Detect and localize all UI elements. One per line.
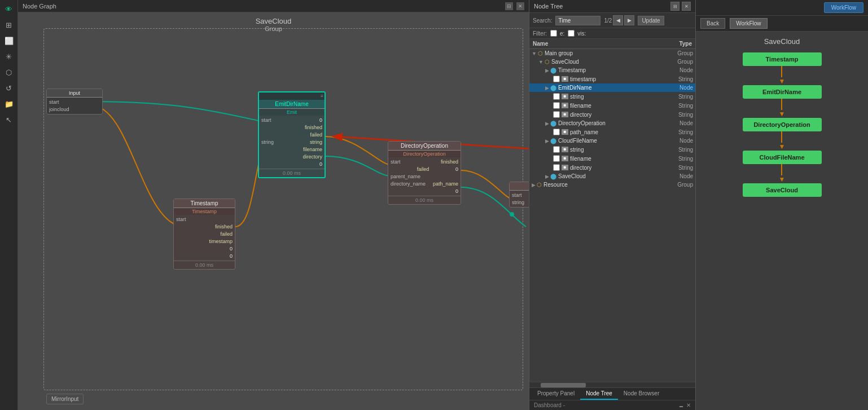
node-cloud[interactable]: Clo... start string — [509, 182, 529, 208]
checkbox-cf-directory[interactable] — [553, 164, 560, 171]
tree-item-directoryo-node[interactable]: ▶ ⬤ DirectoryOperation Node — [529, 119, 695, 127]
port-emit-filename: filename — [261, 146, 322, 153]
tree-item-type-directory: String — [648, 112, 693, 118]
filter-vis-checkbox[interactable] — [568, 30, 575, 37]
tree-arrow-cloudfilename[interactable]: ▶ — [545, 138, 549, 144]
node-input[interactable]: Input start joincloud — [46, 89, 103, 114]
node-emitdirname-header: EmitDirName — [259, 100, 325, 109]
dashboard-close-btn[interactable]: ✕ — [686, 402, 691, 408]
node-dirop-footer: 0.00 ms — [388, 196, 461, 204]
tree-item-emitdirname-node[interactable]: ▶ ⬤ EmitDirName Node — [529, 83, 695, 92]
canvas-area[interactable]: SaveCloud Group — [18, 12, 529, 410]
tab-property-panel[interactable]: Property Panel — [532, 388, 580, 400]
tree-item-timestamp-string[interactable]: ■ timestamp String — [529, 74, 695, 83]
tree-arrow-resource[interactable]: ▶ — [532, 182, 536, 188]
workflow-arrow-1: ▼ — [779, 77, 786, 85]
workflow-nav-bar: Back WorkFlow — [696, 16, 868, 32]
tree-arrow-savecloud-node[interactable]: ▶ — [545, 174, 549, 179]
tree-item-main-group[interactable]: ▼ ⬡ Main group Group — [529, 49, 695, 58]
search-input[interactable] — [555, 16, 600, 25]
filter-vis-check: vis: — [568, 30, 586, 37]
node-tree-close[interactable]: ✕ — [682, 2, 691, 11]
sidebar-icon-asterisk[interactable]: ✳ — [2, 50, 16, 63]
node-dirop-subheader: DirectoryOperation — [388, 151, 461, 157]
sidebar-icon-folder[interactable]: 📁 — [2, 97, 16, 111]
group-type: Group — [256, 25, 292, 32]
tree-item-savecloud-node[interactable]: ▶ ⬤ SaveCloud Node — [529, 172, 695, 180]
doc-icon-cf-directory: ■ — [562, 165, 568, 170]
update-btn[interactable]: Update — [638, 16, 664, 25]
tree-item-timestamp-node[interactable]: ▶ ⬤ Timestamp Node — [529, 66, 695, 74]
port-do-failed: failed0 — [391, 166, 458, 173]
checkbox-directory[interactable] — [553, 111, 560, 118]
tree-item-cf-directory[interactable]: ■ directory String — [529, 163, 695, 172]
group-label: SaveCloud Group — [256, 17, 292, 32]
tree-arrow-main[interactable]: ▼ — [532, 51, 537, 56]
tree-item-resource-group[interactable]: ▶ ⬡ Resource Group — [529, 180, 695, 189]
workflow-node-savecloud[interactable]: SaveCloud — [743, 183, 822, 197]
tree-item-name-resource: Resource — [543, 182, 648, 188]
port-emit-directory: directory — [261, 153, 322, 160]
workflow-node-emitdirname[interactable]: EmitDirName — [743, 85, 822, 99]
tree-scrollbar[interactable] — [529, 382, 695, 387]
checkbox-timestamp-str[interactable] — [553, 76, 560, 82]
dashboard-min-btn[interactable]: 🗕 — [678, 402, 684, 408]
workflow-node-directoryoperation[interactable]: DirectoryOperation — [743, 118, 822, 131]
search-prev-btn[interactable]: ◀ — [613, 15, 623, 25]
sidebar-icon-layers[interactable]: ⊞ — [2, 18, 16, 32]
node-dirop-ports: startfinished failed0 parent_name direct… — [388, 157, 461, 196]
workflow-name-btn[interactable]: WorkFlow — [730, 18, 767, 29]
tree-item-directory-prop[interactable]: ■ directory String — [529, 110, 695, 119]
tree-scrollbar-thumb[interactable] — [541, 383, 586, 387]
tree-item-cf-filename[interactable]: ■ filename String — [529, 154, 695, 163]
sidebar-icon-eye[interactable]: 👁 — [2, 2, 16, 16]
workflow-tab-btn[interactable]: WorkFlow — [824, 2, 863, 13]
port-ts-timestamp: timestamp — [176, 238, 233, 245]
sidebar-icon-refresh[interactable]: ↺ — [2, 81, 16, 95]
node-emitdirname[interactable]: ≡ EmitDirName Emit start0 finished faile… — [258, 91, 326, 178]
node-directoryoperation[interactable]: DirectoryOperation DirectoryOperation st… — [388, 141, 461, 205]
tree-item-pathname-prop[interactable]: ■ path_name String — [529, 127, 695, 136]
tab-node-tree[interactable]: Node Tree — [580, 388, 618, 400]
node-timestamp[interactable]: Timestamp Timestamp start finished faile… — [173, 199, 235, 270]
filter-e-checkbox[interactable] — [550, 30, 557, 37]
close-btn[interactable]: ✕ — [516, 2, 524, 10]
tree-item-cloudfilename-node[interactable]: ▶ ⬤ CloudFileName Node — [529, 136, 695, 145]
checkbox-filename[interactable] — [553, 102, 560, 109]
tree-content[interactable]: ▼ ⬡ Main group Group ▼ ⬡ SaveCloud Group… — [529, 49, 695, 382]
tree-icon-resource-group: ⬡ — [537, 182, 542, 188]
node-tree-minimize[interactable]: ⊟ — [670, 2, 680, 11]
tree-item-string-prop[interactable]: ■ string String — [529, 92, 695, 101]
tree-arrow-timestamp[interactable]: ▶ — [545, 68, 549, 73]
workflow-back-btn[interactable]: Back — [700, 18, 725, 29]
tree-arrow-emitdirname[interactable]: ▶ — [545, 85, 549, 91]
tab-node-browser[interactable]: Node Browser — [618, 388, 665, 400]
checkbox-cf-string[interactable] — [553, 146, 560, 153]
tree-arrow-savecloud[interactable]: ▼ — [538, 59, 543, 65]
sidebar-icon-nodes[interactable]: ⬡ — [2, 65, 16, 79]
tree-item-type-filename: String — [648, 103, 693, 109]
node-emitdirname-topbar: ≡ — [259, 92, 325, 100]
sidebar-icon-box[interactable]: ⬜ — [2, 34, 16, 47]
workflow-node-cloudfilename[interactable]: CloudFileName — [743, 151, 822, 164]
node-tree-title: Node Tree ⊟ ✕ — [529, 0, 695, 13]
tree-item-cf-string[interactable]: ■ string String — [529, 145, 695, 154]
tree-item-savecloud-group[interactable]: ▼ ⬡ SaveCloud Group — [529, 58, 695, 66]
workflow-title: SaveCloud — [764, 37, 800, 46]
tree-item-filename-prop[interactable]: ■ filename String — [529, 101, 695, 110]
port-do-val: 0 — [391, 188, 458, 195]
node-tree-window-controls: ⊟ ✕ — [670, 2, 691, 11]
node-input-header: Input — [47, 89, 102, 98]
node-dirop-header: DirectoryOperation — [388, 142, 461, 151]
tree-item-type-cf-string: String — [648, 147, 693, 153]
tree-arrow-directoryo[interactable]: ▶ — [545, 121, 549, 126]
search-count: 1/2 — [604, 17, 612, 24]
checkbox-cf-filename[interactable] — [553, 155, 560, 162]
sidebar-icon-cursor[interactable]: ↖ — [2, 113, 16, 126]
workflow-node-timestamp[interactable]: Timestamp — [743, 52, 822, 66]
checkbox-pathname[interactable] — [553, 129, 560, 135]
search-next-btn[interactable]: ▶ — [624, 15, 634, 25]
group-name: SaveCloud — [256, 17, 292, 25]
minimize-btn[interactable]: ⊟ — [505, 2, 513, 10]
checkbox-string[interactable] — [553, 93, 560, 100]
